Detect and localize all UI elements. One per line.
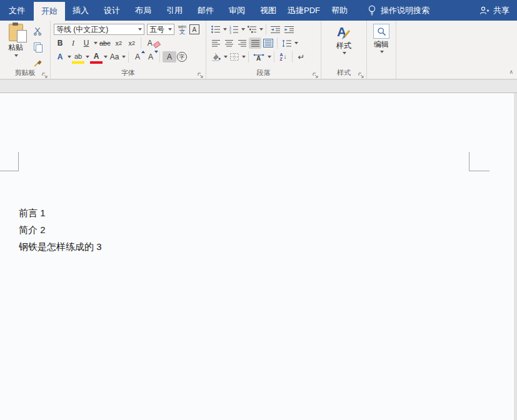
text-effects-dropdown-arrow-icon[interactable] bbox=[68, 56, 71, 58]
line-spacing-button[interactable] bbox=[280, 38, 293, 49]
multilevel-dropdown-arrow-icon[interactable] bbox=[259, 28, 263, 31]
borders-icon bbox=[229, 52, 239, 61]
character-shading-button[interactable]: A bbox=[163, 51, 176, 62]
multilevel-list-button[interactable] bbox=[246, 24, 258, 35]
tab-review[interactable]: 审阅 bbox=[221, 0, 253, 21]
character-border-button[interactable]: A bbox=[189, 24, 199, 34]
text-effects-button[interactable]: A bbox=[54, 51, 66, 62]
tab-insert[interactable]: 插入 bbox=[65, 0, 96, 21]
underline-button[interactable]: U bbox=[80, 38, 93, 49]
font-name-select[interactable]: 等线 (中文正文) bbox=[54, 24, 144, 35]
document-line[interactable]: 钢铁是怎样练成的 3 bbox=[19, 238, 102, 255]
phonetic-guide-button[interactable]: wén 文 bbox=[178, 24, 186, 35]
borders-dropdown-arrow-icon[interactable] bbox=[242, 56, 246, 58]
numbering-button[interactable]: 123 bbox=[228, 24, 240, 35]
clear-formatting-button[interactable]: A bbox=[144, 38, 160, 49]
ribbon-bottom-band bbox=[0, 79, 517, 93]
subscript-button[interactable]: x2 bbox=[113, 38, 125, 49]
numbering-dropdown-arrow-icon[interactable] bbox=[241, 28, 245, 31]
change-case-dropdown-arrow-icon[interactable] bbox=[122, 56, 126, 58]
clipboard-dialog-launcher[interactable] bbox=[42, 70, 48, 76]
change-case-button[interactable]: Aa bbox=[108, 51, 121, 62]
collapse-ribbon-icon[interactable]: ∧ bbox=[509, 69, 513, 75]
paste-button[interactable]: 粘贴 bbox=[3, 24, 29, 57]
font-size-select[interactable]: 五号 bbox=[147, 24, 174, 35]
styles-dialog-launcher[interactable] bbox=[358, 70, 364, 76]
tab-view[interactable]: 视图 bbox=[253, 0, 284, 21]
align-right-button[interactable] bbox=[236, 38, 248, 49]
separator bbox=[248, 51, 249, 62]
document-page[interactable]: 前言 1 简介 2 钢铁是怎样练成的 3 bbox=[0, 93, 517, 420]
copy-button[interactable] bbox=[31, 41, 44, 52]
tab-design[interactable]: 设计 bbox=[96, 0, 128, 21]
italic-button[interactable]: I bbox=[67, 38, 79, 49]
tab-file[interactable]: 文件 bbox=[0, 0, 34, 21]
tab-mailings[interactable]: 邮件 bbox=[190, 0, 221, 21]
highlight-dropdown-arrow-icon[interactable] bbox=[86, 56, 89, 58]
highlight-letters: ab bbox=[74, 52, 82, 60]
paste-label: 粘贴 bbox=[8, 42, 23, 53]
cut-button[interactable] bbox=[31, 26, 44, 37]
enclose-letter: 字 bbox=[179, 53, 185, 61]
font-dialog-launcher[interactable] bbox=[198, 70, 204, 76]
group-paragraph: 123 bbox=[206, 21, 321, 79]
tell-me-label: 操作说明搜索 bbox=[381, 5, 429, 16]
bullets-button[interactable] bbox=[209, 24, 222, 35]
shading-button[interactable] bbox=[209, 51, 223, 62]
tab-home[interactable]: 开始 bbox=[34, 2, 65, 21]
subscript-script: 2 bbox=[119, 40, 122, 46]
asian-layout-dropdown-arrow-icon[interactable] bbox=[268, 56, 271, 58]
styles-button[interactable]: A 样式 bbox=[321, 21, 366, 54]
tell-me-search[interactable]: 操作说明搜索 bbox=[368, 0, 429, 21]
justify-button[interactable] bbox=[249, 38, 261, 49]
tab-layout[interactable]: 布局 bbox=[128, 0, 159, 21]
align-center-button[interactable] bbox=[223, 38, 235, 49]
scrollbar-track[interactable] bbox=[514, 93, 517, 420]
enclose-characters-button[interactable]: 字 bbox=[177, 52, 187, 62]
decrease-indent-button[interactable] bbox=[269, 24, 282, 35]
separator bbox=[141, 38, 141, 49]
bold-button[interactable]: B bbox=[54, 38, 66, 49]
distributed-icon bbox=[263, 39, 273, 48]
grow-font-button[interactable]: A bbox=[131, 51, 144, 62]
line-spacing-dropdown-arrow-icon[interactable] bbox=[294, 42, 298, 44]
font-color-button[interactable]: A bbox=[90, 51, 103, 64]
asian-layout-button[interactable]: A bbox=[251, 51, 266, 62]
borders-button[interactable] bbox=[228, 51, 241, 62]
ribbon: 粘贴 剪贴板 bbox=[0, 21, 517, 79]
editing-button[interactable]: 编辑 bbox=[367, 21, 396, 53]
text-highlight-button[interactable]: ab bbox=[72, 51, 84, 64]
increase-indent-button[interactable] bbox=[283, 24, 296, 35]
strikethrough-button[interactable]: abc bbox=[98, 38, 112, 49]
bullets-dropdown-arrow-icon[interactable] bbox=[223, 28, 227, 31]
share-button[interactable]: 共享 bbox=[479, 0, 509, 21]
paste-dropdown-arrow-icon[interactable] bbox=[14, 54, 18, 57]
document-line[interactable]: 简介 2 bbox=[19, 221, 102, 238]
show-hide-marks-button[interactable]: ↵ bbox=[295, 51, 308, 62]
underline-dropdown-arrow-icon[interactable] bbox=[94, 42, 98, 44]
share-label: 共享 bbox=[493, 5, 509, 16]
shading-bucket-icon bbox=[211, 52, 221, 61]
tab-references[interactable]: 引用 bbox=[159, 0, 190, 21]
distributed-button[interactable] bbox=[262, 38, 274, 49]
search-icon bbox=[373, 24, 389, 39]
word-window: 文件 开始 插入 设计 布局 引用 邮件 审阅 视图 迅捷PDF 帮助 操作说明… bbox=[0, 0, 517, 420]
font-color-dropdown-arrow-icon[interactable] bbox=[104, 56, 108, 58]
tab-help[interactable]: 帮助 bbox=[324, 0, 355, 21]
svg-text:A: A bbox=[256, 55, 261, 61]
shading-dropdown-arrow-icon[interactable] bbox=[224, 56, 228, 58]
styles-dropdown-arrow-icon bbox=[343, 52, 346, 54]
line-spacing-icon bbox=[281, 39, 292, 48]
share-person-icon bbox=[479, 6, 490, 15]
superscript-button[interactable]: x2 bbox=[126, 38, 138, 49]
sort-button[interactable]: AZ ↓ bbox=[277, 51, 289, 62]
tab-xunjie-pdf[interactable]: 迅捷PDF bbox=[284, 0, 324, 21]
format-painter-button[interactable] bbox=[31, 57, 44, 68]
separator bbox=[266, 24, 266, 35]
align-left-button[interactable] bbox=[209, 38, 222, 49]
font-name-dropdown-arrow-icon bbox=[138, 28, 142, 31]
separator bbox=[128, 51, 129, 62]
paragraph-dialog-launcher[interactable] bbox=[313, 70, 319, 76]
document-line[interactable]: 前言 1 bbox=[19, 204, 102, 221]
shrink-font-button[interactable]: A bbox=[144, 51, 157, 62]
